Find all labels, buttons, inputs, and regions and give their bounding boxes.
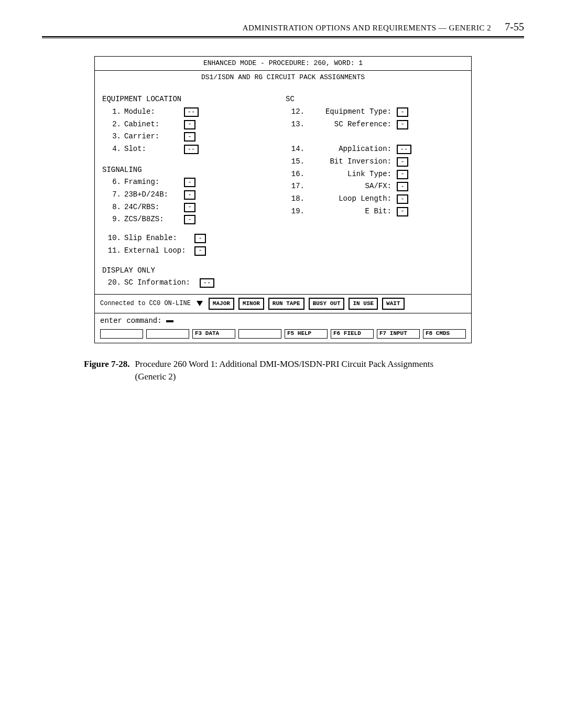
command-area: enter command: F3 DATA F5 HELP F6 FIELD … [95,313,471,343]
fkey-f7[interactable]: F7 INPUT [377,329,420,339]
status-major: MAJOR [209,298,234,310]
figure-text: Procedure 260 Word 1: Additional DMI-MOS… [135,358,434,384]
status-runtape: RUN TAPE [268,298,304,310]
fkey-row: F3 DATA F5 HELP F6 FIELD F7 INPUT F8 CMD… [100,329,466,339]
command-prompt: enter command: [100,316,162,327]
scref-input[interactable]: - [397,120,408,129]
figure-caption: Figure 7-28. Procedure 260 Word 1: Addit… [84,358,482,384]
ebit-input[interactable]: - [397,207,408,216]
section-equipment-location: EQUIPMENT LOCATION [102,94,280,105]
field-looplen: 18. Loop Length: - [286,193,464,205]
scinfo-input[interactable]: -- [200,278,214,288]
field-23b: 7. 23B+D/24B: - [102,189,280,201]
fkey-f5[interactable]: F5 HELP [285,329,328,339]
fkey-f6[interactable]: F6 FIELD [331,329,374,339]
field-zcs: 9. ZCS/B8ZS: - [102,214,280,225]
status-bar: Connected to CC0 ON-LINE MAJOR MINOR RUN… [95,294,471,313]
status-inuse: IN USE [349,298,378,310]
framing-input[interactable]: - [184,178,195,187]
field-slip: 10. Slip Enable: - [102,233,280,244]
field-extloop: 11. External Loop: - [102,245,280,257]
fkey-f3[interactable]: F3 DATA [192,329,235,339]
field-bitinv: 15. Bit Inversion: - [286,156,464,168]
looplen-input[interactable]: - [397,194,408,204]
bitinv-input[interactable]: - [397,157,408,167]
field-module: 1. Module: -- [102,106,280,118]
mode-line: ENHANCED MODE - PROCEDURE: 260, WORD: 1 [95,57,471,71]
field-framing: 6. Framing: - [102,177,280,188]
status-busyout: BUSY OUT [309,298,345,310]
connection-status: Connected to CC0 ON-LINE [100,299,191,309]
section-signaling: SIGNALING [102,165,280,176]
eqtype-input[interactable]: - [397,107,408,117]
header-title: ADMINISTRATION OPTIONS AND REQUIREMENTS … [243,24,492,32]
status-minor: MINOR [238,298,264,310]
slot-input[interactable]: -- [184,145,199,154]
field-carrier: 3. Carrier: - [102,131,280,143]
right-column: SC 12. Equipment Type: - 13. SC Referenc… [286,91,464,290]
zcs-input[interactable]: - [184,215,195,224]
application-input[interactable]: -- [397,145,411,154]
field-scinfo: 20. SC Information: -- [102,277,280,289]
module-input[interactable]: -- [184,107,199,117]
fkey-f4[interactable] [238,329,281,339]
header-rule [42,36,524,38]
fkey-f2[interactable] [146,329,189,339]
fkey-f8[interactable]: F8 CMDS [423,329,466,339]
field-24c: 8. 24C/RBS: - [102,202,280,213]
screen-subtitle: DS1/ISDN AND RG CIRCUIT PACK ASSIGNMENTS [95,71,471,84]
cursor-icon [166,320,173,322]
figure-label: Figure 7-28. [84,358,130,384]
cabinet-input[interactable]: - [184,120,195,129]
terminal-screen: ENHANCED MODE - PROCEDURE: 260, WORD: 1 … [94,56,472,343]
carrier-input[interactable]: - [184,132,195,142]
section-sc: SC [286,94,464,105]
linktype-input[interactable]: - [397,170,408,179]
field-slot: 4. Slot: -- [102,144,280,155]
status-wait: WAIT [382,298,404,310]
page-header: ADMINISTRATION OPTIONS AND REQUIREMENTS … [42,21,524,36]
field-eqtype: 12. Equipment Type: - [286,106,464,118]
field-application: 14. Application: -- [286,144,464,155]
section-display-only: DISPLAY ONLY [102,265,280,277]
b23-input[interactable]: - [184,190,195,200]
field-ebit: 19. E Bit: - [286,206,464,218]
c24-input[interactable]: - [184,203,195,212]
page-number: 7-55 [505,21,524,33]
fkey-f1[interactable] [100,329,143,339]
slip-input[interactable]: - [194,234,206,243]
field-safx: 17. SA/FX: - [286,181,464,192]
field-linktype: 16. Link Type: - [286,169,464,180]
online-indicator-icon [197,301,203,306]
field-cabinet: 2. Cabinet: - [102,119,280,131]
safx-input[interactable]: - [397,182,408,191]
field-scref: 13. SC Reference: - [286,119,464,131]
left-column: EQUIPMENT LOCATION 1. Module: -- 2. Cabi… [102,91,280,290]
extloop-input[interactable]: - [194,246,206,256]
